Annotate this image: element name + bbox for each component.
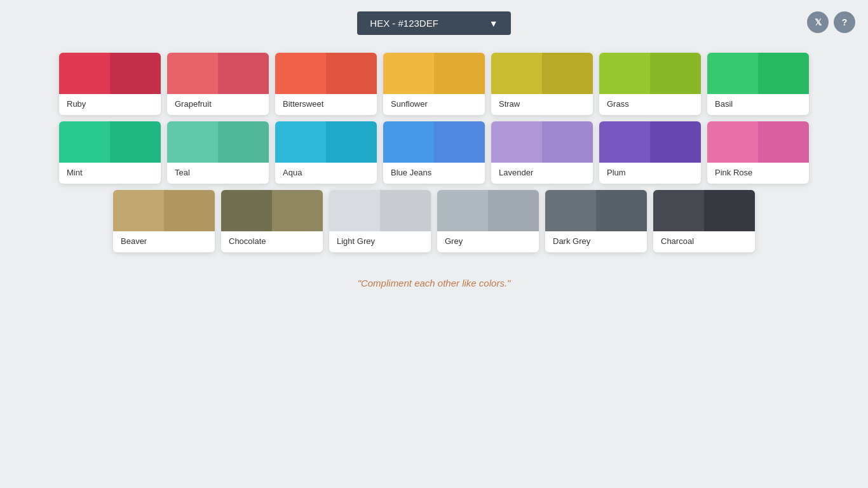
swatch-light (275, 53, 326, 94)
color-swatches (167, 53, 269, 94)
color-name: Bittersweet (275, 94, 377, 115)
color-swatches (491, 53, 593, 94)
top-icons: 𝕏 ? (807, 11, 855, 33)
swatch-light (275, 121, 326, 163)
color-card-plum[interactable]: Plum (599, 121, 701, 184)
swatch-dark (218, 53, 269, 94)
colors-grid: RubyGrapefruitBittersweetSunflowerStrawG… (0, 46, 868, 265)
swatch-light (653, 190, 704, 231)
help-button[interactable]: ? (834, 11, 855, 33)
swatch-dark (164, 190, 215, 231)
swatch-dark (758, 121, 809, 163)
swatch-dark (326, 121, 377, 163)
swatch-light (491, 53, 542, 94)
swatch-light (113, 190, 164, 231)
color-card-teal[interactable]: Teal (167, 121, 269, 184)
color-swatches (329, 190, 431, 231)
color-card-bittersweet[interactable]: Bittersweet (275, 53, 377, 115)
color-name: Mint (59, 163, 161, 184)
color-card-grass[interactable]: Grass (599, 53, 701, 115)
swatch-light (491, 121, 542, 163)
color-name: Grapefruit (167, 94, 269, 115)
swatch-light (437, 190, 488, 231)
twitter-icon: 𝕏 (815, 17, 822, 27)
swatch-dark (434, 53, 485, 94)
color-card-mint[interactable]: Mint (59, 121, 161, 184)
swatch-dark (110, 121, 161, 163)
swatch-dark (596, 190, 647, 231)
swatch-dark (488, 190, 539, 231)
swatch-light (383, 121, 434, 163)
swatch-light (599, 121, 650, 163)
color-card-pink-rose[interactable]: Pink Rose (707, 121, 809, 184)
swatch-dark (650, 121, 701, 163)
color-swatches (491, 121, 593, 163)
color-card-straw[interactable]: Straw (491, 53, 593, 115)
color-swatches (275, 121, 377, 163)
color-name: Grass (599, 94, 701, 115)
swatch-dark (110, 53, 161, 94)
swatch-light (383, 53, 434, 94)
color-name: Pink Rose (707, 163, 809, 184)
color-name: Plum (599, 163, 701, 184)
color-name: Basil (707, 94, 809, 115)
format-dropdown[interactable]: HEX - #123DEF ▼ (357, 11, 510, 35)
color-card-dark-grey[interactable]: Dark Grey (545, 190, 647, 252)
color-name: Dark Grey (545, 231, 647, 252)
color-swatches (707, 121, 809, 163)
color-swatches (545, 190, 647, 231)
color-card-light-grey[interactable]: Light Grey (329, 190, 431, 252)
swatch-dark (704, 190, 755, 231)
color-swatches (167, 121, 269, 163)
color-swatches (599, 121, 701, 163)
color-card-beaver[interactable]: Beaver (113, 190, 215, 252)
color-card-ruby[interactable]: Ruby (59, 53, 161, 115)
chevron-down-icon: ▼ (489, 18, 498, 29)
color-card-basil[interactable]: Basil (707, 53, 809, 115)
swatch-dark (434, 121, 485, 163)
color-card-grapefruit[interactable]: Grapefruit (167, 53, 269, 115)
swatch-dark (542, 53, 593, 94)
color-name: Aqua (275, 163, 377, 184)
swatch-dark (272, 190, 323, 231)
swatch-light (59, 53, 110, 94)
color-name: Beaver (113, 231, 215, 252)
color-card-lavender[interactable]: Lavender (491, 121, 593, 184)
swatch-dark (218, 121, 269, 163)
color-swatches (221, 190, 323, 231)
color-name: Sunflower (383, 94, 485, 115)
swatch-light (599, 53, 650, 94)
color-card-sunflower[interactable]: Sunflower (383, 53, 485, 115)
color-name: Ruby (59, 94, 161, 115)
color-name: Lavender (491, 163, 593, 184)
color-card-charcoal[interactable]: Charcoal (653, 190, 755, 252)
swatch-dark (542, 121, 593, 163)
color-name: Grey (437, 231, 539, 252)
color-swatches (599, 53, 701, 94)
top-bar: HEX - #123DEF ▼ 𝕏 ? (0, 0, 868, 46)
color-row-2: MintTealAquaBlue JeansLavenderPlumPink R… (59, 121, 809, 184)
color-name: Chocolate (221, 231, 323, 252)
color-name: Light Grey (329, 231, 431, 252)
color-swatches (275, 53, 377, 94)
swatch-light (707, 121, 758, 163)
color-swatches (113, 190, 215, 231)
swatch-light (329, 190, 380, 231)
color-card-aqua[interactable]: Aqua (275, 121, 377, 184)
swatch-light (167, 121, 218, 163)
color-row-3: BeaverChocolateLight GreyGreyDark GreyCh… (113, 190, 755, 252)
color-row-1: RubyGrapefruitBittersweetSunflowerStrawG… (59, 53, 809, 115)
swatch-dark (326, 53, 377, 94)
swatch-dark (650, 53, 701, 94)
swatch-light (545, 190, 596, 231)
swatch-light (59, 121, 110, 163)
color-card-grey[interactable]: Grey (437, 190, 539, 252)
color-name: Teal (167, 163, 269, 184)
color-name: Charcoal (653, 231, 755, 252)
swatch-light (707, 53, 758, 94)
color-card-blue-jeans[interactable]: Blue Jeans (383, 121, 485, 184)
color-card-chocolate[interactable]: Chocolate (221, 190, 323, 252)
color-swatches (437, 190, 539, 231)
color-name: Blue Jeans (383, 163, 485, 184)
twitter-button[interactable]: 𝕏 (807, 11, 829, 33)
